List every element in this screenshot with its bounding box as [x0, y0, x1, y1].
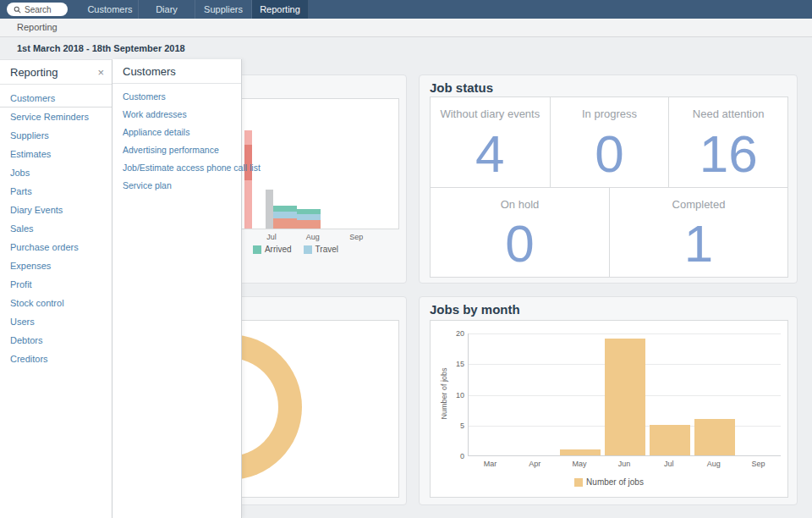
- y-tick-label: 5: [444, 422, 464, 430]
- flyout-item-customers[interactable]: Customers: [112, 88, 241, 106]
- nav-tabs: CustomersDiarySuppliersReporting: [82, 0, 309, 19]
- tab-suppliers[interactable]: Suppliers: [195, 0, 252, 19]
- y-tick-label: 0: [444, 452, 464, 460]
- status-value: 1: [684, 211, 713, 277]
- flyout-item-appliance-details[interactable]: Appliance details: [112, 124, 241, 141]
- stacked-bar: [266, 190, 273, 229]
- reporting-sidebar: Reporting × CustomersService RemindersSu…: [0, 59, 112, 518]
- status-cell-in-progress: In progress0: [550, 97, 669, 187]
- bar-segment: [297, 220, 321, 229]
- status-cell-on-hold: On hold0: [431, 187, 609, 277]
- gridline: [469, 333, 781, 334]
- status-value: 0: [595, 120, 623, 187]
- x-tick-label: Mar: [468, 460, 513, 468]
- legend-label: Number of jobs: [586, 477, 644, 487]
- status-cell-need-attention: Need attention16: [668, 97, 787, 187]
- status-cell-completed: Completed1: [609, 187, 787, 277]
- close-icon[interactable]: ×: [97, 60, 104, 85]
- tab-customers[interactable]: Customers: [82, 0, 139, 19]
- status-label: Need attention: [693, 107, 765, 120]
- flyout-title: Customers: [123, 65, 176, 78]
- legend-label: Arrived: [265, 245, 292, 254]
- x-tick-label: Aug: [691, 460, 736, 468]
- bar-segment: [297, 214, 321, 220]
- month-bar: [560, 449, 601, 455]
- top-nav: Search CustomersDiarySuppliersReporting: [0, 0, 812, 19]
- bar-segment: [273, 212, 297, 218]
- sidebar-item-stock-control[interactable]: Stock control: [0, 294, 112, 312]
- sidebar-item-debtors[interactable]: Debtors: [0, 331, 112, 350]
- sidebar-item-purchase-orders[interactable]: Purchase orders: [0, 238, 112, 256]
- x-tick-label: Jul: [646, 460, 691, 468]
- legend-item: Number of jobs: [574, 477, 644, 487]
- x-tick-label: Sep: [736, 460, 781, 468]
- sidebar-title: Reporting: [10, 66, 58, 79]
- y-tick-label: 10: [444, 391, 464, 400]
- breadcrumb: Reporting: [17, 19, 58, 36]
- legend-swatch: [574, 478, 583, 487]
- sidebar-item-jobs[interactable]: Jobs: [0, 163, 112, 182]
- status-value: 0: [505, 211, 534, 277]
- sidebar-item-customers[interactable]: Customers: [0, 89, 112, 107]
- month-bar: [650, 425, 690, 455]
- x-tick-label: Sep: [343, 233, 369, 241]
- status-label: Without diary events: [440, 107, 540, 120]
- bar-segment: [244, 180, 252, 229]
- flyout-item-advertising-performance[interactable]: Advertising performance: [112, 141, 241, 159]
- bar-segment: [560, 449, 601, 455]
- bar-segment: [605, 339, 645, 455]
- bar-segment: [650, 425, 690, 455]
- job-status-title: Job status: [430, 80, 797, 95]
- legend-swatch: [253, 245, 261, 254]
- flyout-menu: CustomersWork addressesAppliance details…: [112, 84, 241, 195]
- tab-diary[interactable]: Diary: [139, 0, 195, 19]
- search-label: Search: [25, 5, 52, 14]
- stacked-bar: [297, 209, 321, 229]
- flyout-header: Customers: [112, 59, 241, 84]
- sidebar-item-users[interactable]: Users: [0, 312, 112, 331]
- sidebar-menu: CustomersService RemindersSuppliersEstim…: [0, 85, 112, 368]
- sidebar-header: Reporting ×: [0, 60, 112, 85]
- x-tick-label: Jun: [602, 460, 647, 468]
- bar-segment: [273, 218, 297, 229]
- jobs-plot-area: [468, 333, 781, 456]
- x-tick-label: May: [557, 460, 602, 468]
- month-bar: [605, 339, 645, 455]
- status-label: In progress: [582, 107, 637, 120]
- sidebar-item-service-reminders[interactable]: Service Reminders: [0, 107, 112, 126]
- y-tick-label: 15: [444, 360, 464, 368]
- sidebar-item-parts[interactable]: Parts: [0, 182, 112, 201]
- legend-item: Travel: [304, 245, 338, 254]
- breadcrumb-bar: Reporting: [0, 19, 812, 37]
- date-range-heading: 1st March 2018 - 18th September 2018: [17, 43, 185, 53]
- legend-label: Travel: [315, 245, 338, 254]
- search-input[interactable]: Search: [7, 3, 68, 16]
- status-label: On hold: [501, 198, 540, 211]
- sidebar-item-suppliers[interactable]: Suppliers: [0, 126, 112, 145]
- bar-segment: [694, 419, 735, 456]
- sidebar-item-creditors[interactable]: Creditors: [0, 350, 112, 368]
- x-tick-label: Jul: [259, 233, 284, 241]
- x-tick-label: Apr: [513, 460, 557, 468]
- sidebar-item-sales[interactable]: Sales: [0, 219, 112, 238]
- flyout-item-job-estimate-access-phone-call-list[interactable]: Job/Estimate access phone call list: [112, 159, 241, 177]
- status-label: Completed: [672, 198, 726, 211]
- job-status-card: Job status Without diary events4In progr…: [419, 74, 798, 284]
- tab-reporting[interactable]: Reporting: [252, 0, 309, 19]
- legend-swatch: [304, 245, 312, 254]
- sidebar-item-diary-events[interactable]: Diary Events: [0, 201, 112, 219]
- jobs-by-month-title: Jobs by month: [430, 302, 797, 317]
- status-value: 16: [700, 120, 758, 187]
- flyout-item-work-addresses[interactable]: Work addresses: [112, 106, 241, 124]
- x-tick-label: Aug: [300, 233, 326, 241]
- sidebar-item-profit[interactable]: Profit: [0, 275, 112, 294]
- stacked-bar: [273, 206, 297, 229]
- sidebar-item-estimates[interactable]: Estimates: [0, 145, 112, 163]
- month-bar: [694, 419, 735, 456]
- flyout-item-service-plan[interactable]: Service plan: [112, 177, 241, 195]
- sidebar-item-expenses[interactable]: Expenses: [0, 256, 112, 275]
- status-cell-without-diary-events: Without diary events4: [431, 97, 550, 187]
- y-tick-label: 20: [444, 329, 464, 338]
- bar-segment: [266, 190, 273, 229]
- bar-segment: [244, 130, 252, 146]
